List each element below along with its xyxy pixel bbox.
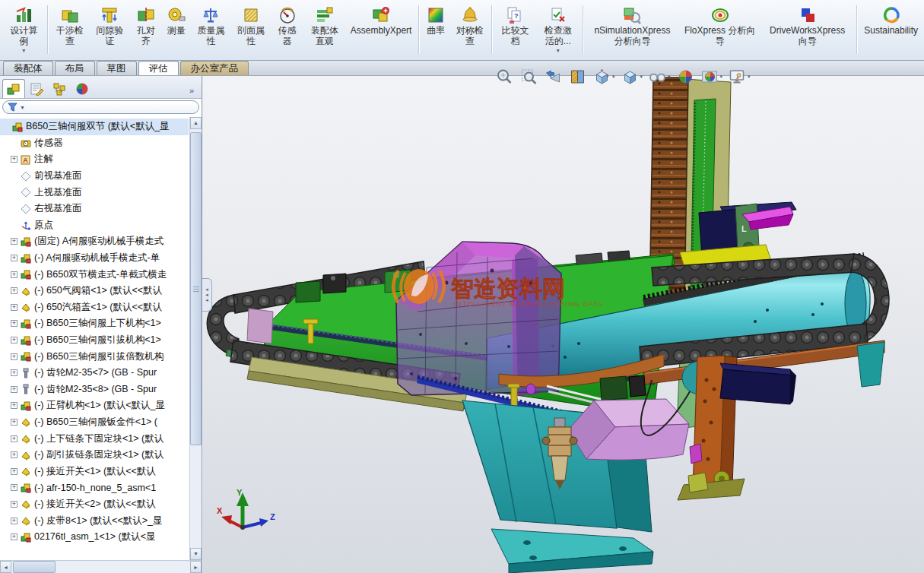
scroll-left-button[interactable]: ◄ [0,561,11,573]
command-tab-办公室产品[interactable]: 办公室产品 [180,61,249,75]
ribbon-button-check-active[interactable]: 检查激活的...▾ [536,2,580,55]
command-tab-装配体[interactable]: 装配体 [3,61,53,75]
tree-item[interactable]: +(-) 正臂机构<1> (默认<默认_显 [0,397,189,414]
hud-zoom-fit-button[interactable] [495,68,514,86]
dropdown-caret-icon: ▾ [640,74,643,80]
ribbon-button-measure[interactable]: 测量 [162,2,191,38]
tree-item[interactable]: +(-) B650三轴伺服钣金件<1> ( [0,414,189,431]
ribbon-button-compare-docs[interactable]: ?比较文档 [494,2,536,48]
expand-icon[interactable]: + [11,320,17,327]
tree-item[interactable]: +(-) 650汽箱盖<1> (默认<<默认 [0,299,189,316]
ribbon-button-floxpress[interactable]: FloXpress 分析向导 [679,2,760,48]
hud-view-settings-button[interactable]: ▾ [728,68,751,86]
tree-item-label: (-) 接近开关<1> (默认<<默认 [34,465,156,478]
hud-view-orientation-button[interactable]: ▾ [592,68,615,86]
tree-item[interactable]: +(-) 接近开关<2> (默认<<默认 [0,496,189,513]
model-pink-cover[interactable] [568,399,689,460]
expand-icon[interactable]: + [11,484,17,491]
tree-item[interactable]: 右视基准面 [0,201,189,217]
ribbon-button-sustainability[interactable]: Sustainability [859,2,922,38]
ribbon-button-sensor[interactable]: 传感器 [271,2,303,48]
panel-tab-featuremanager-tree[interactable] [2,79,25,98]
tree-vertical-scrollbar[interactable]: ▲ ▼ [189,117,202,560]
horizontal-scroll-thumb[interactable] [13,561,56,573]
ribbon-button-driveworks[interactable]: DriveWorksXpress 向导 [760,2,854,48]
tree-item[interactable]: 原点 [0,217,189,234]
panel-tab-displaymanager[interactable] [71,79,94,98]
hud-zoom-area-button[interactable] [519,68,538,86]
ribbon-button-hole-align[interactable]: 孔对齐 [130,2,162,48]
scroll-down-button[interactable]: ▼ [190,548,202,560]
command-tab-草图[interactable]: 草图 [97,61,137,75]
expand-icon[interactable]: + [11,287,17,294]
expand-icon[interactable]: + [11,156,17,163]
scroll-up-button[interactable]: ▲ [190,117,202,129]
panel-collapse-handle[interactable]: ◄◄◄ [202,278,212,312]
expand-icon[interactable]: + [11,419,17,426]
expand-icon[interactable]: + [11,386,17,393]
command-tab-评估[interactable]: 评估 [138,61,179,75]
hud-previous-view-button[interactable] [544,68,563,86]
tree-item[interactable]: 前视基准面 [0,168,189,185]
hud-edit-appearance-button[interactable] [676,68,695,86]
tree-filter[interactable]: ▼ [0,99,202,116]
tree-item[interactable]: +(-) 上下链条下固定块<1> (默认 [0,430,189,447]
scroll-right-button[interactable]: ► [190,561,202,573]
panel-tab-configurationmanager[interactable] [48,79,71,98]
expand-icon[interactable]: + [11,402,17,409]
tree-item[interactable]: +(-) 齿轮M2-35<8> (GB - Spur [0,381,189,398]
ribbon-button-simulationxpress[interactable]: nSimulationXpress 分析向导 [586,2,679,48]
tree-item[interactable]: 上视基准面 [0,184,189,201]
ribbon-button-section-props[interactable]: 剖面属性 [231,2,271,48]
tree-item[interactable]: +(-) afr-150-h_none_5_asm<1 [0,480,189,496]
tree-item[interactable]: +(-) B650三轴伺服引拔机构<1> [0,332,189,349]
tree-item[interactable]: +02176tl_asm_1<1> (默认<显 [0,529,189,546]
ribbon-button-assembly-xpert[interactable]: AssemblyXpert [346,2,417,38]
tree-item[interactable]: +(-) B650双节横走式-单截式横走 [0,266,189,283]
tree-horizontal-scrollbar[interactable]: ◄ ► [0,560,202,573]
tree-item[interactable]: +(-) 皮带8<1> (默认<<默认>_显 [0,512,189,529]
tree-item[interactable]: +(-) 齿轮M2-35<7> (GB - Spur [0,365,189,381]
expand-icon[interactable]: + [11,353,17,360]
panel-tab-overflow-button[interactable]: » [189,86,200,98]
expand-icon[interactable]: + [11,518,17,524]
hud-display-style-button[interactable]: ▾ [621,68,643,86]
hud-hide-show-items-button[interactable]: ▾ [648,68,671,86]
expand-icon[interactable]: + [11,451,17,458]
ribbon-button-mass-props[interactable]: 质量属性 [191,2,231,48]
tree-item[interactable]: +(-) 650气阀箱<1> (默认<<默认 [0,283,189,299]
tree-item[interactable]: 传感器 [0,135,189,152]
tree-item[interactable]: B650三轴伺服双节 (默认<默认_显 [0,119,189,135]
expand-icon[interactable]: + [11,468,17,475]
expand-icon[interactable]: + [11,337,17,343]
tree-item[interactable]: +(-) A伺服驱动机械手横走式-单 [0,250,189,267]
tree-item[interactable]: +(-) B650三轴伺服上下机构<1> [0,315,189,332]
expand-icon[interactable]: + [11,533,17,540]
ribbon-button-symmetry[interactable]: 对称检查 [450,2,489,48]
ribbon-button-curvature[interactable]: 曲率 [421,2,450,38]
tree-item[interactable]: +A注解 [0,151,189,168]
command-tab-布局[interactable]: 布局 [55,61,95,75]
ribbon-button-design-study[interactable]: 设计算例▾ [3,2,45,55]
ribbon-button-interference[interactable]: 干涉检查 [49,2,90,48]
tree-item[interactable]: +(-) B650三轴伺服引拔倍数机构 [0,348,189,365]
tree-item[interactable]: +(-) 副引拔链条固定块<1> (默认 [0,447,189,464]
graphics-viewport[interactable]: ◄◄◄ [203,76,924,573]
tree-item[interactable]: +(-) 接近开关<1> (默认<<默认 [0,463,189,480]
expand-icon[interactable]: + [11,255,17,261]
expand-icon[interactable]: + [11,304,17,311]
expand-icon[interactable]: + [11,435,17,442]
expand-icon[interactable]: + [11,501,17,508]
expand-icon[interactable]: + [11,369,17,376]
hud-apply-scene-button[interactable]: ▾ [700,68,723,86]
model-3d-view[interactable]: L [203,76,924,573]
vertical-scroll-thumb[interactable] [190,132,202,445]
panel-tab-propertymanager[interactable] [25,79,48,98]
expand-icon[interactable]: + [11,271,17,278]
tree-item-label: 注解 [34,153,53,166]
expand-icon[interactable]: + [11,238,17,245]
ribbon-button-clearance[interactable]: 间隙验证 [90,2,130,48]
ribbon-button-assembly-visual[interactable]: 装配体直观 [303,2,346,48]
hud-section-view-button[interactable] [568,68,587,86]
tree-item[interactable]: +(固定) A伺服驱动机械手横走式 [0,233,189,250]
